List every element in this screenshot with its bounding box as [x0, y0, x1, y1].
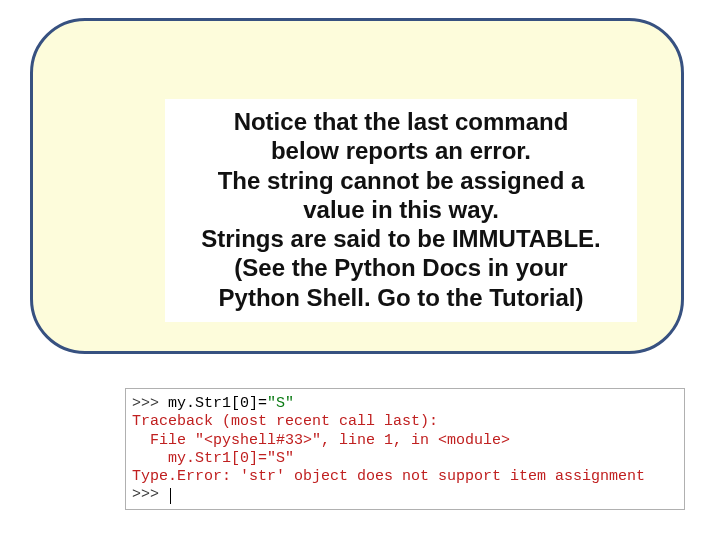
callout-line: (See the Python Docs in your [171, 253, 631, 282]
traceback-line: Traceback (most recent call last): [132, 413, 680, 431]
callout-line: The string cannot be assigned a [171, 166, 631, 195]
slide-stage: Notice that the last command below repor… [0, 0, 720, 540]
callout-line: Strings are said to be IMMUTABLE. [171, 224, 631, 253]
callout-line: Notice that the last command [171, 107, 631, 136]
callout-textbox: Notice that the last command below repor… [165, 99, 637, 322]
callout-frame: Notice that the last command below repor… [30, 18, 684, 354]
traceback-line: Type.Error: 'str' object does not suppor… [132, 468, 680, 486]
callout-line: below reports an error. [171, 136, 631, 165]
python-shell-output: >>> my.Str1[0]="S" Traceback (most recen… [125, 388, 685, 510]
traceback-line: my.Str1[0]="S" [132, 450, 680, 468]
traceback-line: File "<pyshell#33>", line 1, in <module> [132, 432, 680, 450]
text-cursor-icon [170, 488, 171, 504]
prompt-text: >>> [132, 395, 168, 412]
code-line: >>> [132, 486, 680, 504]
code-line: >>> my.Str1[0]="S" [132, 395, 680, 413]
string-literal: "S" [267, 395, 294, 412]
code-text: my.Str1[0]= [168, 395, 267, 412]
callout-line: Python Shell. Go to the Tutorial) [171, 283, 631, 312]
prompt-text: >>> [132, 486, 168, 504]
callout-line: value in this way. [171, 195, 631, 224]
